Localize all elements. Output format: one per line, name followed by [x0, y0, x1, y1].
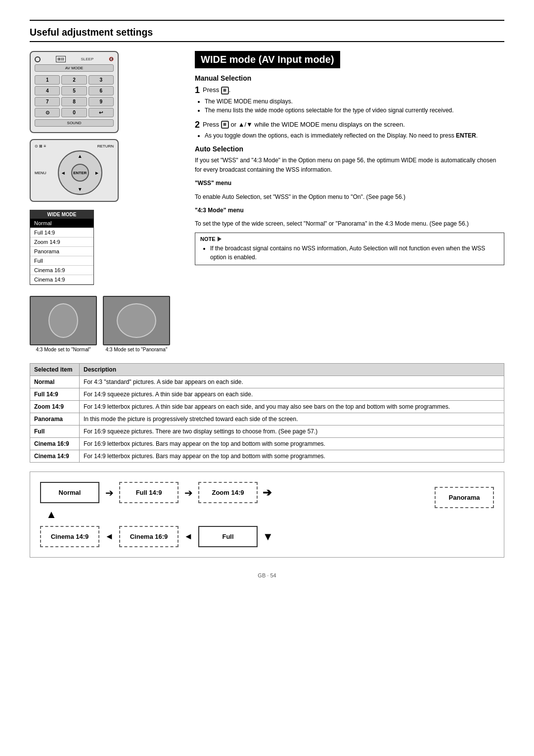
btn-0[interactable]: 0 [61, 108, 87, 117]
table-row: Cinema 16:9 For 16:9 letterbox pictures.… [30, 438, 504, 450]
wide-mode-menu: WIDE MODE Normal Full 14:9 Zoom 14:9 Pan… [30, 210, 94, 285]
btn-circle[interactable]: ⊙ [35, 108, 60, 117]
down-arrow-right: ▼ [263, 530, 273, 543]
table-col1-header: Selected item [30, 364, 80, 376]
flow-arrow-left-1: ◄ [99, 531, 119, 542]
nav-circle: ▲ ▼ ◄ ► ENTER [58, 150, 102, 195]
table-row: Normal For 4:3 "standard" pictures. A si… [30, 376, 504, 388]
tv-oval-normal [48, 303, 78, 338]
table-row: Panorama In this mode the picture is pro… [30, 413, 504, 425]
btn-9[interactable]: 9 [89, 97, 114, 106]
wide-mode-icon-2: ⊞ [221, 121, 229, 129]
flow-diagram-inner: Normal ➔ Full 14:9 ➔ Zoom 14:9 ➔ ▲ Cinem… [40, 482, 494, 547]
step-1-bullet-1: The WIDE MODE menu displays. [205, 97, 504, 106]
step-2-number: 2 [195, 120, 200, 131]
note-box: NOTE If the broadcast signal contains no… [195, 233, 504, 265]
tv-screen-panorama [103, 296, 170, 345]
wss-menu-heading: "WSS" menu [195, 179, 504, 188]
step-2-bullets: As you toggle down the options, each is … [205, 131, 504, 140]
wide-mode-heading: WIDE mode (AV Input mode) [195, 51, 340, 68]
btn-7[interactable]: 7 [35, 97, 60, 106]
desc-panorama: In this mode the picture is progressivel… [80, 413, 504, 425]
flow-arrow-right-1: ➔ [99, 487, 119, 499]
btn-2[interactable]: 2 [61, 75, 87, 85]
step-1-number: 1 [195, 85, 200, 96]
mode43-heading: "4:3 Mode" menu [195, 206, 504, 215]
up-arrow-icon: ➔ [263, 486, 271, 499]
panorama-side: Panorama [435, 487, 494, 508]
sound-btn[interactable]: SOUND [35, 119, 114, 127]
note-arrow-icon [218, 236, 222, 241]
flow-box-full: Full [198, 526, 258, 547]
ch-dvd-icon: ⊞⊟ [56, 56, 66, 62]
main-layout: ⊞⊟ SLEEP 🔇 AV MODE 1 2 3 4 5 6 7 8 9 [30, 51, 504, 354]
flow-left-section: Normal ➔ Full 14:9 ➔ Zoom 14:9 ➔ ▲ Cinem… [40, 482, 425, 547]
auto-selection-section: Auto Selection If you set "WSS" and "4:3… [195, 145, 504, 265]
wide-mode-item-full[interactable]: Full [30, 256, 93, 266]
desc-cinema169: For 16:9 letterbox pictures. Bars may ap… [80, 438, 504, 450]
step-2: 2 Press ⊞ or ▲/▼ while the WIDE MODE men… [195, 120, 504, 141]
step-1-bullets: The WIDE MODE menu displays. The menu li… [205, 97, 504, 115]
flow-box-cinema169: Cinema 16:9 [119, 526, 178, 547]
wide-mode-header: WIDE MODE [30, 210, 93, 219]
tv-preview-panorama: 4:3 Mode set to "Panorama" [103, 296, 170, 352]
item-zoom149: Zoom 14:9 [30, 401, 80, 413]
flow-down-arrow-to-full: ▼ [263, 530, 273, 543]
item-full: Full [30, 425, 80, 438]
wide-mode-item-panorama[interactable]: Panorama [30, 247, 93, 256]
flow-box-full149: Full 14:9 [119, 482, 178, 503]
mode43-text: To set the type of the wide screen, sele… [195, 219, 504, 229]
tv-caption-normal: 4:3 Mode set to "Normal" [30, 347, 97, 352]
note-text: If the broadcast signal contains no WSS … [210, 244, 499, 262]
flow-top-row: Normal ➔ Full 14:9 ➔ Zoom 14:9 ➔ [40, 482, 425, 503]
flow-box-normal: Normal [40, 482, 99, 503]
desc-cinema149: For 14:9 letterbox pictures. Bars may ap… [80, 450, 504, 463]
btn-5[interactable]: 5 [61, 86, 87, 95]
remote-nav-top: ⊙ ⊠ ≡ RETURN [35, 144, 114, 148]
remote-top-row: ⊞⊟ SLEEP 🔇 [35, 56, 114, 62]
flow-arrow-to-panorama: ➔ [263, 486, 271, 499]
tv-caption-panorama: 4:3 Mode set to "Panorama" [103, 347, 170, 352]
nav-left-arrow[interactable]: ◄ [61, 170, 66, 176]
step-1-text: Press ⊞. [203, 86, 230, 94]
note-header: NOTE [200, 236, 499, 242]
power-icon[interactable] [35, 56, 41, 62]
flow-bottom-row: Cinema 14:9 ◄ Cinema 16:9 ◄ Full ▼ [40, 526, 425, 547]
wide-mode-item-cinema169[interactable]: Cinema 16:9 [30, 266, 93, 275]
wide-mode-item-zoom149[interactable]: Zoom 14:9 [30, 237, 93, 247]
wide-mode-icon: ⊞ [221, 87, 229, 94]
manual-selection-section: Manual Selection 1 Press ⊞. The WIDE MOD… [195, 74, 504, 140]
wide-mode-item-normal[interactable]: Normal [30, 219, 93, 228]
section-title-bar: Useful adjustment settings [30, 20, 504, 42]
page-footer: GB · 54 [30, 572, 504, 578]
tv-previews: 4:3 Mode set to "Normal" 4:3 Mode set to… [30, 296, 183, 352]
menu-label: MENU [35, 171, 46, 175]
step-2-bullet-1: As you toggle down the options, each is … [205, 131, 504, 140]
enter-btn[interactable]: ENTER [71, 164, 89, 182]
flow-arrow-left-2: ◄ [178, 531, 198, 542]
btn-return[interactable]: ↩ [89, 108, 114, 117]
sleep-label: SLEEP [81, 57, 93, 61]
flow-box-zoom149: Zoom 14:9 [198, 482, 258, 503]
wide-mode-item-cinema149[interactable]: Cinema 14:9 [30, 275, 93, 284]
table-row: Full For 16:9 squeeze pictures. There ar… [30, 425, 504, 438]
av-mode-btn[interactable]: AV MODE [35, 64, 114, 72]
item-cinema149: Cinema 14:9 [30, 450, 80, 463]
btn-8[interactable]: 8 [61, 97, 87, 106]
manual-selection-heading: Manual Selection [195, 74, 504, 82]
nav-down-arrow[interactable]: ▼ [78, 187, 83, 192]
note-bullet-list: If the broadcast signal contains no WSS … [210, 244, 499, 262]
btn-4[interactable]: 4 [35, 86, 60, 95]
nav-right-arrow[interactable]: ► [94, 170, 99, 176]
auto-selection-text: If you set "WSS" and "4:3 Mode" in the O… [195, 156, 504, 175]
step-1-bullet-2: The menu lists the wide mode options sel… [205, 106, 504, 115]
btn-3[interactable]: 3 [89, 75, 114, 85]
step-1: 1 Press ⊞. The WIDE MODE menu displays. … [195, 85, 504, 115]
btn-6[interactable]: 6 [89, 86, 114, 95]
wide-mode-item-full149[interactable]: Full 14:9 [30, 228, 93, 237]
btn-1[interactable]: 1 [35, 75, 60, 85]
auto-selection-heading: Auto Selection [195, 145, 504, 153]
flow-box-panorama: Panorama [435, 487, 494, 508]
nav-up-arrow[interactable]: ▲ [78, 153, 83, 159]
page-wrapper: Useful adjustment settings ⊞⊟ SLEEP 🔇 AV… [30, 20, 504, 578]
